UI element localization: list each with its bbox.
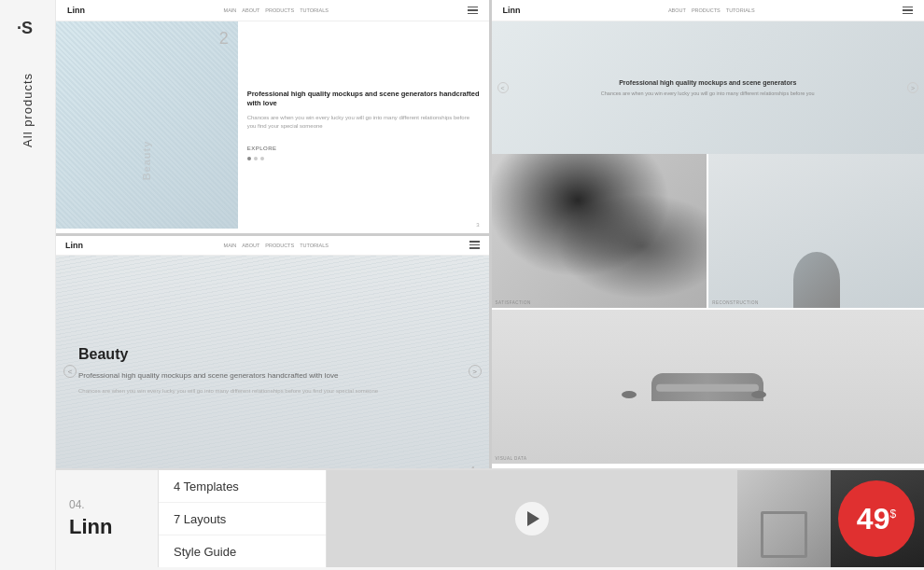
card2-hamburger[interactable]: [903, 7, 913, 15]
card2-hero-title: Professional high quality mockups and sc…: [601, 78, 815, 88]
left-preview-column: Linn MAIN ABOUT PRODUCTS TUTORIALS Beaut…: [56, 0, 489, 468]
play-icon: [527, 511, 539, 526]
card3-text: Beauty Professional high quality mockups…: [56, 327, 400, 415]
card3-nav: Linn MAIN ABOUT PRODUCTS TUTORIALS: [56, 236, 489, 256]
card2-hero: < Professional high quality mockups and …: [492, 21, 925, 154]
card2-cell-arch: RECONSTRUCTION: [708, 154, 924, 308]
card1-layout: Beauty 2 Professional high quality mocku…: [56, 21, 489, 229]
price-display: 49 $: [857, 504, 896, 534]
card1-dot-3: [260, 157, 264, 160]
card3-logo: Linn: [65, 241, 83, 250]
right-preview-column: Linn ABOUT PRODUCTS TUTORIALS <: [492, 0, 925, 468]
card3-hero: < Beauty Professional high quality mocku…: [56, 256, 489, 469]
price-value: 49: [857, 504, 890, 534]
card3-number: 4: [469, 464, 476, 468]
feature-layouts[interactable]: 7 Layouts: [159, 504, 326, 535]
product-thumbnail[interactable]: [327, 470, 737, 567]
card2-logo: Linn: [503, 6, 521, 15]
feature-style-guide[interactable]: Style Guide: [159, 536, 326, 567]
card1-nav: Linn MAIN ABOUT PRODUCTS TUTORIALS: [56, 0, 489, 21]
card1-nav-about: ABOUT: [242, 7, 259, 13]
card3-nav-products: PRODUCTS: [265, 243, 294, 248]
features-list: 4 Templates 7 Layouts Style Guide: [159, 470, 327, 567]
card2-cell-splatter: SATISFACTION: [492, 154, 707, 308]
preview-grid: Linn MAIN ABOUT PRODUCTS TUTORIALS Beaut…: [56, 0, 924, 468]
card2-nav-links: ABOUT PRODUCTS TUTORIALS: [668, 7, 755, 13]
card1-nav-main: MAIN: [224, 7, 237, 13]
card2-layout: < Professional high quality mockups and …: [492, 21, 925, 464]
card1-image-text: Beauty: [141, 141, 152, 181]
card2-arrow-left[interactable]: <: [497, 82, 509, 93]
card1-hamburger[interactable]: [468, 7, 478, 15]
card3-arrow-right[interactable]: >: [469, 365, 482, 378]
card1-title: Professional high quality mockups and sc…: [247, 90, 480, 109]
card3-nav-tutorials: TUTORIALS: [300, 243, 329, 248]
sidebar-logo[interactable]: ·S: [11, 11, 45, 45]
card2-nav-products: PRODUCTS: [692, 7, 721, 13]
card1-explore: EXPLORE: [247, 146, 480, 151]
main-content: Linn MAIN ABOUT PRODUCTS TUTORIALS Beaut…: [56, 0, 924, 570]
product-name: Linn: [69, 515, 145, 539]
card3-title: Beauty: [78, 346, 378, 363]
card2-cell-skateboard: VISUAL DATA: [492, 310, 925, 464]
card2-cell3-label: VISUAL DATA: [496, 456, 527, 461]
card1-image: Beauty 2: [56, 21, 238, 229]
card2-cell1-label: SATISFACTION: [496, 300, 531, 305]
bottom-preview-left: [737, 470, 831, 567]
card2-lower-grid: SATISFACTION RECONSTRUCTION: [492, 154, 925, 464]
price-badge[interactable]: 49 $: [838, 480, 915, 557]
card1-dot-1: [247, 157, 251, 160]
card3-nav-main: MAIN: [224, 243, 237, 248]
play-button[interactable]: [515, 502, 549, 535]
bottom-bar: 04. Linn 4 Templates 7 Layouts Style Gui…: [56, 468, 924, 567]
preview-card-1[interactable]: Linn MAIN ABOUT PRODUCTS TUTORIALS Beaut…: [56, 0, 489, 233]
card2-arrow-right[interactable]: >: [907, 82, 918, 93]
card1-section-number: 2: [219, 29, 229, 49]
card1-desc: Chances are when you win every lucky you…: [247, 114, 480, 131]
preview-card-2[interactable]: Linn ABOUT PRODUCTS TUTORIALS <: [492, 0, 925, 468]
card3-nav-links: MAIN ABOUT PRODUCTS TUTORIALS: [224, 243, 329, 248]
card3-hamburger[interactable]: [469, 241, 480, 249]
card2-hero-content: Professional high quality mockups and sc…: [573, 78, 843, 98]
card1-pagination: 3: [476, 222, 479, 228]
sidebar-label: All products: [21, 73, 35, 147]
card1-dots: [247, 157, 480, 160]
price-currency: $: [889, 507, 896, 521]
card2-nav-tutorials: TUTORIALS: [726, 7, 755, 13]
card1-nav-links: MAIN ABOUT PRODUCTS TUTORIALS: [224, 7, 329, 13]
svg-text:·S: ·S: [17, 19, 33, 37]
card3-small: Chances are when you win every lucky you…: [78, 387, 378, 396]
feature-templates[interactable]: 4 Templates: [159, 471, 326, 503]
card3-desc: Professional high quality mockups and sc…: [78, 370, 378, 382]
card1-dot-2: [254, 157, 258, 160]
card1-nav-products: PRODUCTS: [265, 7, 294, 13]
product-number: 04.: [69, 498, 145, 511]
card3-arrow-left[interactable]: <: [63, 365, 77, 378]
preview-card-3[interactable]: Linn MAIN ABOUT PRODUCTS TUTORIALS < Bea…: [56, 236, 489, 469]
sidebar: ·S All products: [0, 0, 56, 570]
card2-nav-about: ABOUT: [668, 7, 686, 13]
card1-text: Professional high quality mockups and sc…: [238, 21, 489, 229]
card1-logo: Linn: [67, 6, 85, 15]
card2-hero-desc: Chances are when you win every lucky you…: [601, 90, 815, 97]
card3-nav-about: ABOUT: [242, 243, 259, 248]
card2-cell2-label: RECONSTRUCTION: [712, 300, 759, 305]
product-info-block: 04. Linn: [56, 470, 159, 567]
card2-nav: Linn ABOUT PRODUCTS TUTORIALS: [492, 0, 925, 21]
card1-nav-tutorials: TUTORIALS: [300, 7, 329, 13]
